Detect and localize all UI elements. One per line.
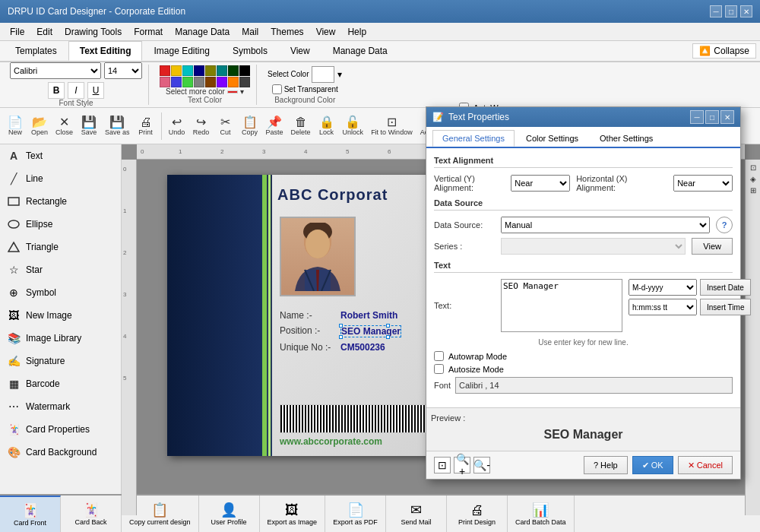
color-purple[interactable] [217,77,227,87]
menu-file[interactable]: File [4,25,30,39]
status-export-image[interactable]: 🖼 Export as Image [260,496,326,515]
right-tool-2[interactable]: ◈ [750,175,756,183]
menu-view[interactable]: View [310,25,342,39]
color-olive[interactable] [205,65,216,76]
fit-window-button[interactable]: ⊡ Fit to Window [368,115,416,138]
sidebar-item-card-background[interactable]: 🎨 Card Background [0,441,121,464]
color-gray1[interactable] [194,77,204,87]
sidebar-item-ellipse[interactable]: Ellipse [0,213,121,236]
ds-help-button[interactable]: ? [716,217,733,233]
undo-button[interactable]: ↩ Undo [166,115,188,138]
status-card-batch[interactable]: 📊 Card Batch Data [508,496,575,515]
color-cyan[interactable] [182,65,193,76]
view-button[interactable]: View [692,238,733,255]
maximize-button[interactable]: □ [725,5,737,17]
sidebar-item-card-properties[interactable]: 🃏 Card Properties [0,418,121,441]
menu-themes[interactable]: Themes [264,25,309,39]
underline-button[interactable]: U [87,82,104,99]
color-orange[interactable] [228,77,239,87]
sidebar-item-line[interactable]: ╱ Line [0,167,121,190]
status-card-front[interactable]: 🃏 Card Front [0,496,61,515]
zoom-fit-button[interactable]: ⊡ [434,457,451,473]
color-teal[interactable] [217,65,227,76]
save-as-button[interactable]: 💾 Save as [102,115,133,138]
copy-button[interactable]: 📋 Copy [239,115,261,138]
ok-button[interactable]: ✔ OK [632,456,673,474]
close-button[interactable]: ✕ Close [52,115,76,138]
unlock-button[interactable]: 🔓 Unlock [340,115,367,138]
color-brown[interactable] [205,77,216,87]
color-darkgreen[interactable] [228,65,239,76]
menu-format[interactable]: Format [128,25,169,39]
italic-button[interactable]: I [68,82,84,99]
color-yellow[interactable] [171,65,182,76]
menu-edit[interactable]: Edit [30,25,59,39]
font-name-select[interactable]: Calibri [10,62,101,79]
date-format-select[interactable]: M-d-yyyy [629,279,697,296]
dialog-tab-color[interactable]: Color Settings [516,130,588,147]
close-button[interactable]: ✕ [740,5,752,17]
cancel-button[interactable]: ✕ Cancel [678,456,733,474]
dialog-maximize-button[interactable]: □ [705,110,719,124]
sidebar-item-star[interactable]: ☆ Star [0,258,121,281]
tab-templates[interactable]: Templates [4,41,68,61]
color-darkgray[interactable] [239,77,250,87]
delete-button[interactable]: 🗑 Delete [288,115,314,138]
help-button[interactable]: ? Help [584,456,628,474]
color-black1[interactable] [239,65,250,76]
tab-manage-data[interactable]: Manage Data [321,41,399,61]
color-blue[interactable] [171,77,182,87]
save-button[interactable]: 💾 Save [78,115,100,138]
status-card-back[interactable]: 🃏 Card Back [61,496,122,515]
insert-time-button[interactable]: Insert Time [700,299,751,315]
sidebar-item-image-library[interactable]: 📚 Image Library [0,327,121,350]
zoom-in-button[interactable]: 🔍+ [454,457,470,473]
color-pink[interactable] [160,77,170,87]
dialog-minimize-button[interactable]: ─ [690,110,704,124]
color-preview-dropdown[interactable]: ▾ [337,69,342,80]
horizontal-align-select[interactable]: NearCenterFar [673,175,733,192]
sidebar-item-symbol[interactable]: ⊕ Symbol [0,281,121,304]
status-send-mail[interactable]: ✉ Send Mail [386,496,447,515]
color-preview-box[interactable] [312,66,334,83]
right-tool-3[interactable]: ⊞ [750,186,756,195]
print-button[interactable]: 🖨 Print [135,115,157,138]
tab-symbols[interactable]: Symbols [221,41,279,61]
insert-date-button[interactable]: Insert Date [700,279,751,296]
color-darkblue[interactable] [194,65,204,76]
status-print-design[interactable]: 🖨 Print Design [447,496,508,515]
font-size-select[interactable]: 14 [104,62,142,79]
underline-dropdown[interactable]: ▾ [240,87,244,96]
minimize-button[interactable]: ─ [710,5,722,17]
collapse-button[interactable]: 🔼 Collapse [692,43,756,59]
sidebar-item-new-image[interactable]: 🖼 New Image [0,304,121,327]
menu-mail[interactable]: Mail [236,25,264,39]
select-more-color-label[interactable]: Select more color [166,87,225,96]
time-format-select[interactable]: h:mm:ss tt [629,299,697,315]
menu-drawing-tools[interactable]: Drawing Tools [59,25,128,39]
text-input[interactable]: SEO Manager [501,279,622,332]
bold-button[interactable]: B [48,82,65,99]
sidebar-item-text[interactable]: A Text [0,144,121,167]
zoom-out-button[interactable]: 🔍- [473,457,490,473]
tab-text-editing[interactable]: Text Editing [68,41,143,61]
sidebar-item-barcode[interactable]: ▦ Barcode [0,372,121,395]
status-user-profile[interactable]: 👤 User Profile [199,496,260,515]
cut-button[interactable]: ✂ Cut [214,115,237,138]
vertical-align-select[interactable]: NearCenterFar [511,175,570,192]
autowrap-mode-checkbox[interactable] [434,351,444,361]
dialog-close-button[interactable]: ✕ [720,110,734,124]
tab-view[interactable]: View [279,41,321,61]
color-underline[interactable] [227,90,238,93]
sidebar-item-watermark[interactable]: ⋯ Watermark [0,395,121,418]
open-button[interactable]: 📂 Open [28,115,51,138]
tab-image-editing[interactable]: Image Editing [142,41,220,61]
color-red[interactable] [160,65,170,76]
lock-button[interactable]: 🔒 Lock [315,115,338,138]
set-transparent-checkbox[interactable] [272,84,282,94]
autosize-mode-checkbox[interactable] [434,364,444,374]
sidebar-item-triangle[interactable]: Triangle [0,236,121,258]
series-select[interactable] [501,238,686,255]
color-lime[interactable] [182,77,193,87]
sidebar-item-signature[interactable]: ✍ Signature [0,350,121,372]
